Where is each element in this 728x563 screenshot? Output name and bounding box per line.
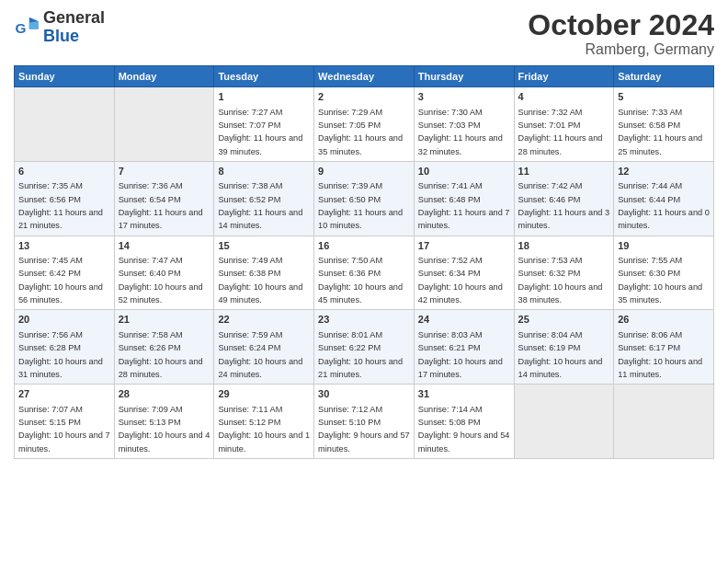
calendar-table: SundayMondayTuesdayWednesdayThursdayFrid…	[14, 65, 714, 459]
day-detail: Sunrise: 7:58 AM Sunset: 6:26 PM Dayligh…	[119, 330, 203, 379]
week-row-4: 20Sunrise: 7:56 AM Sunset: 6:28 PM Dayli…	[15, 310, 714, 385]
day-number: 8	[218, 165, 310, 178]
day-detail: Sunrise: 7:32 AM Sunset: 7:01 PM Dayligh…	[518, 108, 603, 156]
month-title: October 2024	[528, 9, 714, 41]
day-number: 4	[518, 90, 610, 104]
calendar-cell: 12Sunrise: 7:44 AM Sunset: 6:44 PM Dayli…	[614, 161, 714, 236]
day-detail: Sunrise: 8:04 AM Sunset: 6:19 PM Dayligh…	[518, 330, 603, 379]
calendar-page: G General Blue October 2024 Ramberg, Ger…	[0, 0, 728, 563]
day-detail: Sunrise: 7:59 AM Sunset: 6:24 PM Dayligh…	[218, 330, 302, 379]
day-header-thursday: Thursday	[414, 66, 514, 87]
calendar-cell: 14Sunrise: 7:47 AM Sunset: 6:40 PM Dayli…	[114, 236, 214, 310]
day-detail: Sunrise: 7:27 AM Sunset: 7:07 PM Dayligh…	[218, 108, 302, 156]
day-number: 16	[318, 239, 410, 253]
day-detail: Sunrise: 7:09 AM Sunset: 5:13 PM Dayligh…	[119, 405, 210, 454]
page-header: G General Blue October 2024 Ramberg, Ger…	[14, 9, 714, 58]
calendar-cell: 5Sunrise: 7:33 AM Sunset: 6:58 PM Daylig…	[614, 87, 714, 162]
day-detail: Sunrise: 7:50 AM Sunset: 6:36 PM Dayligh…	[318, 256, 403, 304]
calendar-cell: 4Sunrise: 7:32 AM Sunset: 7:01 PM Daylig…	[514, 87, 614, 162]
day-number: 11	[518, 165, 610, 178]
day-detail: Sunrise: 7:41 AM Sunset: 6:48 PM Dayligh…	[418, 181, 510, 230]
day-detail: Sunrise: 7:38 AM Sunset: 6:52 PM Dayligh…	[218, 181, 302, 230]
day-number: 23	[318, 313, 410, 327]
day-number: 31	[418, 387, 510, 401]
title-block: October 2024 Ramberg, Germany	[528, 9, 714, 58]
calendar-cell: 6Sunrise: 7:35 AM Sunset: 6:56 PM Daylig…	[15, 161, 115, 236]
calendar-cell: 17Sunrise: 7:52 AM Sunset: 6:34 PM Dayli…	[414, 236, 514, 310]
day-detail: Sunrise: 7:29 AM Sunset: 7:05 PM Dayligh…	[318, 108, 403, 156]
day-header-friday: Friday	[514, 66, 614, 87]
day-detail: Sunrise: 7:33 AM Sunset: 6:58 PM Dayligh…	[618, 108, 702, 156]
calendar-cell: 29Sunrise: 7:11 AM Sunset: 5:12 PM Dayli…	[214, 385, 314, 459]
day-number: 22	[218, 313, 310, 327]
calendar-cell: 30Sunrise: 7:12 AM Sunset: 5:10 PM Dayli…	[314, 385, 415, 459]
day-number: 15	[218, 239, 310, 253]
calendar-cell	[514, 385, 614, 459]
calendar-cell	[15, 87, 115, 162]
day-detail: Sunrise: 7:55 AM Sunset: 6:30 PM Dayligh…	[618, 256, 702, 304]
day-number: 1	[218, 90, 310, 104]
calendar-cell: 11Sunrise: 7:42 AM Sunset: 6:46 PM Dayli…	[514, 161, 614, 236]
calendar-cell: 1Sunrise: 7:27 AM Sunset: 7:07 PM Daylig…	[214, 87, 314, 162]
day-detail: Sunrise: 7:42 AM Sunset: 6:46 PM Dayligh…	[518, 181, 610, 230]
calendar-cell: 19Sunrise: 7:55 AM Sunset: 6:30 PM Dayli…	[614, 236, 714, 310]
calendar-cell: 27Sunrise: 7:07 AM Sunset: 5:15 PM Dayli…	[15, 385, 115, 459]
day-detail: Sunrise: 7:30 AM Sunset: 7:03 PM Dayligh…	[418, 108, 503, 156]
day-detail: Sunrise: 8:03 AM Sunset: 6:21 PM Dayligh…	[418, 330, 503, 379]
day-number: 19	[618, 239, 710, 253]
calendar-cell: 2Sunrise: 7:29 AM Sunset: 7:05 PM Daylig…	[314, 87, 415, 162]
day-number: 5	[618, 90, 710, 104]
day-number: 29	[218, 387, 310, 401]
day-number: 28	[119, 387, 210, 401]
calendar-cell	[114, 87, 214, 162]
calendar-cell	[614, 385, 714, 459]
day-number: 21	[119, 313, 210, 327]
week-row-1: 1Sunrise: 7:27 AM Sunset: 7:07 PM Daylig…	[15, 87, 714, 162]
day-number: 12	[618, 165, 710, 178]
calendar-cell: 21Sunrise: 7:58 AM Sunset: 6:26 PM Dayli…	[114, 310, 214, 385]
logo-text: General Blue	[43, 9, 105, 46]
day-number: 30	[318, 387, 410, 401]
day-header-sunday: Sunday	[15, 66, 115, 87]
calendar-cell: 15Sunrise: 7:49 AM Sunset: 6:38 PM Dayli…	[214, 236, 314, 310]
calendar-cell: 10Sunrise: 7:41 AM Sunset: 6:48 PM Dayli…	[414, 161, 514, 236]
day-header-saturday: Saturday	[614, 66, 714, 87]
day-detail: Sunrise: 7:12 AM Sunset: 5:10 PM Dayligh…	[318, 405, 410, 454]
week-row-2: 6Sunrise: 7:35 AM Sunset: 6:56 PM Daylig…	[15, 161, 714, 236]
logo: G General Blue	[14, 9, 105, 46]
day-number: 20	[18, 313, 110, 327]
day-detail: Sunrise: 7:44 AM Sunset: 6:44 PM Dayligh…	[618, 181, 710, 230]
calendar-cell: 8Sunrise: 7:38 AM Sunset: 6:52 PM Daylig…	[214, 161, 314, 236]
calendar-cell: 26Sunrise: 8:06 AM Sunset: 6:17 PM Dayli…	[614, 310, 714, 385]
day-detail: Sunrise: 7:53 AM Sunset: 6:32 PM Dayligh…	[518, 256, 603, 304]
logo-icon: G	[14, 15, 40, 40]
day-number: 13	[18, 239, 110, 253]
day-number: 14	[119, 239, 210, 253]
day-number: 2	[318, 90, 410, 104]
calendar-cell: 31Sunrise: 7:14 AM Sunset: 5:08 PM Dayli…	[414, 385, 514, 459]
day-detail: Sunrise: 7:47 AM Sunset: 6:40 PM Dayligh…	[119, 256, 203, 304]
calendar-cell: 23Sunrise: 8:01 AM Sunset: 6:22 PM Dayli…	[314, 310, 415, 385]
day-number: 17	[418, 239, 510, 253]
calendar-cell: 20Sunrise: 7:56 AM Sunset: 6:28 PM Dayli…	[15, 310, 115, 385]
calendar-cell: 3Sunrise: 7:30 AM Sunset: 7:03 PM Daylig…	[414, 87, 514, 162]
day-number: 6	[18, 165, 110, 178]
calendar-cell: 16Sunrise: 7:50 AM Sunset: 6:36 PM Dayli…	[314, 236, 415, 310]
day-detail: Sunrise: 8:01 AM Sunset: 6:22 PM Dayligh…	[318, 330, 403, 379]
day-header-monday: Monday	[114, 66, 214, 87]
day-number: 18	[518, 239, 610, 253]
day-number: 26	[618, 313, 710, 327]
logo-general: General	[43, 8, 105, 27]
day-header-tuesday: Tuesday	[214, 66, 314, 87]
day-detail: Sunrise: 8:06 AM Sunset: 6:17 PM Dayligh…	[618, 330, 702, 379]
svg-text:G: G	[15, 19, 26, 35]
day-number: 3	[418, 90, 510, 104]
day-number: 7	[119, 165, 210, 178]
calendar-cell: 7Sunrise: 7:36 AM Sunset: 6:54 PM Daylig…	[114, 161, 214, 236]
svg-marker-3	[29, 21, 39, 29]
day-detail: Sunrise: 7:52 AM Sunset: 6:34 PM Dayligh…	[418, 256, 503, 304]
calendar-cell: 18Sunrise: 7:53 AM Sunset: 6:32 PM Dayli…	[514, 236, 614, 310]
day-number: 24	[418, 313, 510, 327]
day-detail: Sunrise: 7:35 AM Sunset: 6:56 PM Dayligh…	[18, 181, 103, 230]
calendar-cell: 13Sunrise: 7:45 AM Sunset: 6:42 PM Dayli…	[15, 236, 115, 310]
